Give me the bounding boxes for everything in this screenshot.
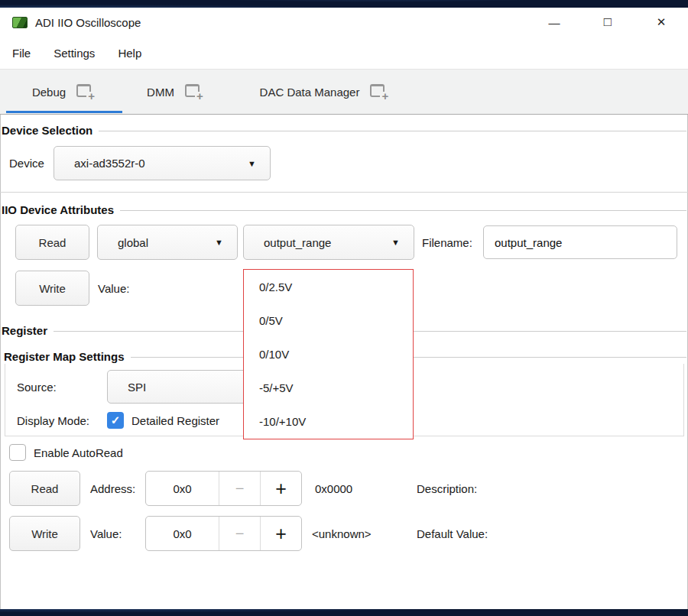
value-decrement-button[interactable]: − [219,517,260,550]
enable-autoread-checkbox[interactable] [9,444,26,461]
group-frame-line [99,131,686,131]
register-group-label: Register [2,324,47,337]
dropdown-option-neg5-pos5v[interactable]: -5/+5V [244,371,413,405]
plus-icon: + [275,523,287,545]
device-selection-group-header: Device Selection [2,124,686,137]
new-window-plus-icon[interactable]: + [185,84,205,100]
register-map-settings-label: Register Map Settings [4,350,125,363]
close-button[interactable]: ✕ [634,8,688,37]
minus-icon: − [235,525,245,543]
new-window-plus-icon[interactable]: + [76,84,96,100]
address-decrement-button[interactable]: − [219,472,260,505]
dropdown-option-neg10-pos10v[interactable]: -10/+10V [244,405,413,439]
attribute-name-value: output_range [264,236,331,249]
register-write-button[interactable]: Write [9,516,80,551]
register-value[interactable]: 0x0 [146,517,219,550]
default-value-label: Default Value: [417,516,488,551]
chevron-down-icon: ▼ [248,159,256,168]
maximize-icon: □ [604,15,612,30]
address-value[interactable]: 0x0 [146,472,219,505]
device-dropdown[interactable]: axi-ad3552r-0 ▼ [54,146,271,180]
plus-glyph: + [86,92,96,102]
attribute-name-dropdown[interactable]: output_range ▼ [243,225,414,260]
desktop-wallpaper-strip-top [0,0,688,8]
chevron-down-icon: ▼ [215,238,223,247]
chevron-down-icon: ▼ [391,238,400,247]
register-read-button[interactable]: Read [9,471,80,506]
active-tab-indicator [6,111,122,113]
register-value-label: Value: [90,516,122,551]
group-bottom-line [0,192,688,193]
tab-dmm[interactable]: DMM + [131,70,220,114]
menu-item-help[interactable]: Help [116,44,143,63]
value-unknown-display: <unknown> [312,516,372,551]
plus-glyph: + [195,92,205,102]
dropdown-option-0-2.5v[interactable]: 0/2.5V [244,270,413,303]
enable-autoread-label: Enable AutoRead [34,443,123,462]
attribute-category-value: global [118,236,148,249]
address-increment-button[interactable]: + [260,472,301,505]
tab-dmm-label: DMM [147,86,174,99]
close-icon: ✕ [657,15,667,29]
display-mode-label: Display Mode: [17,407,89,434]
attribute-value-label: Value: [98,271,129,306]
address-spinbox: 0x0 − + [145,471,302,506]
detailed-register-checkbox[interactable]: ✓ [107,412,124,429]
tab-debug-label: Debug [32,86,66,99]
tab-strip: Debug + DMM + DAC Data Manager + [0,69,688,115]
minimize-icon: — [549,16,560,29]
device-label: Device [9,145,44,180]
device-selection-group-label: Device Selection [2,124,92,137]
title-bar: ADI IIO Oscilloscope — □ ✕ [0,8,688,37]
check-icon: ✓ [111,413,121,427]
source-label: Source: [17,370,57,404]
desktop-wallpaper-strip-bottom [0,609,688,616]
read-attribute-button[interactable]: Read [15,225,89,260]
address-hex-value: 0x0000 [315,471,352,506]
attribute-category-dropdown[interactable]: global ▼ [97,225,238,260]
tab-dac-label: DAC Data Manager [260,86,360,99]
window-controls: — □ ✕ [527,8,688,37]
app-icon [12,17,28,28]
device-dropdown-value: axi-ad3552r-0 [74,157,145,170]
maximize-button[interactable]: □ [581,8,634,37]
filename-input[interactable] [483,225,677,259]
iio-attributes-group-header: IIO Device Attributes [2,203,686,216]
source-dropdown-value: SPI [128,381,146,394]
attribute-options-popup: 0/2.5V 0/5V 0/10V -5/+5V -10/+10V [243,269,414,439]
plus-icon: + [275,478,287,500]
menu-bar: File Settings Help [0,37,688,69]
address-label: Address: [90,471,135,506]
value-spinbox: 0x0 − + [145,516,302,551]
minus-icon: − [235,480,245,498]
filename-label: Filename: [422,225,472,260]
menu-item-settings[interactable]: Settings [52,44,96,63]
minimize-button[interactable]: — [527,8,581,37]
plus-glyph: + [380,92,390,102]
tab-debug[interactable]: Debug + [6,70,122,114]
new-window-plus-icon[interactable]: + [370,84,390,100]
dropdown-option-0-10v[interactable]: 0/10V [244,337,413,371]
tab-dac-data-manager[interactable]: DAC Data Manager + [231,70,419,114]
window-title: ADI IIO Oscilloscope [35,16,141,29]
description-label: Description: [417,471,477,506]
iio-attributes-group-label: IIO Device Attributes [2,203,114,216]
dropdown-option-0-5v[interactable]: 0/5V [244,303,413,337]
value-increment-button[interactable]: + [260,517,301,550]
menu-item-file[interactable]: File [11,44,32,63]
write-attribute-button[interactable]: Write [15,271,89,306]
detailed-register-label: Detailed Register [131,407,219,434]
group-frame-line [120,210,686,211]
